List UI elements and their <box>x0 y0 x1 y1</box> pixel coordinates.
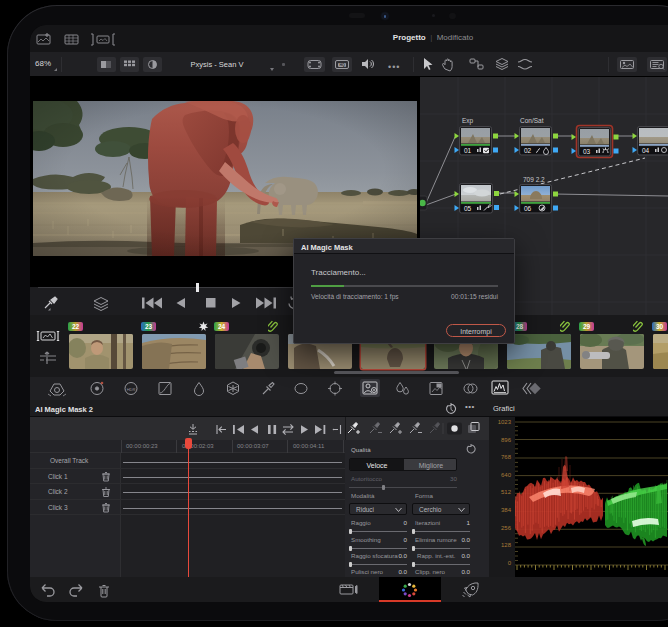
svg-text:HDR: HDR <box>127 387 136 392</box>
